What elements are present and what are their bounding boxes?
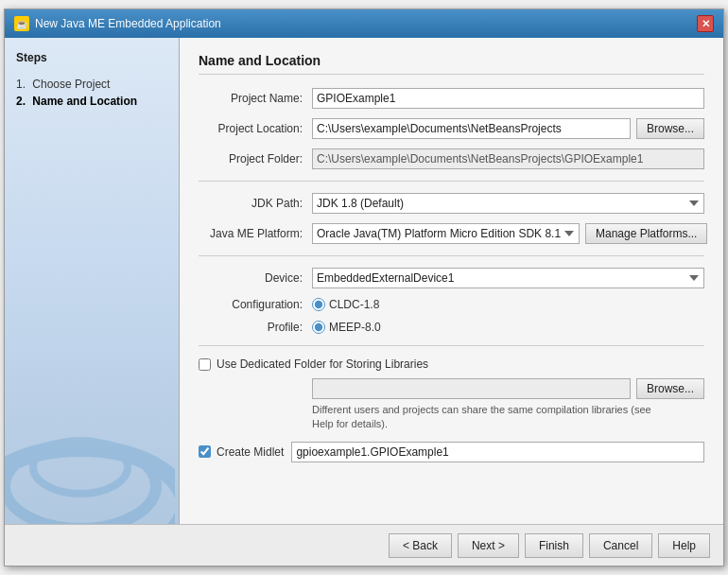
project-location-input[interactable]	[312, 118, 631, 139]
profile-radio[interactable]	[312, 321, 325, 334]
step-1: 1. Choose Project	[16, 76, 167, 93]
use-dedicated-label: Use Dedicated Folder for Storing Librari…	[217, 357, 428, 371]
project-location-row: Project Location: Browse...	[199, 118, 704, 139]
section-title: Name and Location	[199, 53, 704, 75]
use-dedicated-checkbox[interactable]	[199, 358, 211, 371]
footer: < Back Next > Finish Cancel Help	[5, 524, 723, 566]
project-name-input[interactable]	[312, 88, 704, 109]
configuration-value: CLDC-1.8	[329, 298, 379, 311]
separator-2	[199, 255, 704, 256]
use-dedicated-row: Use Dedicated Folder for Storing Librari…	[199, 357, 704, 371]
java-me-platform-select[interactable]: Oracle Java(TM) Platform Micro Edition S…	[312, 223, 580, 244]
title-bar-title: New Java ME Embedded Application	[35, 17, 221, 30]
browse-location-button[interactable]: Browse...	[636, 118, 704, 139]
close-button[interactable]: ✕	[697, 15, 714, 32]
configuration-row: Configuration: CLDC-1.8	[199, 298, 704, 311]
next-button[interactable]: Next >	[458, 533, 519, 558]
finish-button[interactable]: Finish	[525, 533, 583, 558]
profile-value: MEEP-8.0	[329, 321, 381, 334]
project-folder-row: Project Folder:	[199, 148, 704, 169]
jdk-path-row: JDK Path: JDK 1.8 (Default)	[199, 193, 704, 214]
manage-platforms-button[interactable]: Manage Platforms...	[585, 223, 707, 244]
jdk-select-wrap: JDK 1.8 (Default)	[312, 193, 704, 214]
create-midlet-input[interactable]	[291, 442, 704, 462]
separator-1	[199, 181, 704, 182]
main-window: ☕ New Java ME Embedded Application ✕ Ste…	[4, 9, 724, 566]
profile-row: Profile: MEEP-8.0	[199, 321, 704, 334]
libraries-folder-input[interactable]	[312, 378, 631, 399]
title-bar-left: ☕ New Java ME Embedded Application	[14, 16, 221, 31]
libraries-help-text: Different users and projects can share t…	[312, 403, 671, 432]
back-button[interactable]: < Back	[389, 533, 452, 558]
sidebar: Steps 1. Choose Project 2. Name and Loca…	[5, 38, 180, 524]
project-folder-label: Project Folder:	[199, 152, 312, 166]
project-location-label: Project Location:	[199, 122, 312, 135]
title-bar: ☕ New Java ME Embedded Application ✕	[5, 9, 723, 38]
create-midlet-checkbox[interactable]	[199, 445, 211, 458]
project-name-row: Project Name:	[199, 88, 704, 109]
configuration-option[interactable]: CLDC-1.8	[312, 298, 379, 311]
platform-select-wrap: Oracle Java(TM) Platform Micro Edition S…	[312, 223, 707, 244]
steps-list: 1. Choose Project 2. Name and Location	[16, 76, 167, 110]
profile-label: Profile:	[199, 321, 312, 334]
main-content: Name and Location Project Name: Project …	[180, 38, 723, 524]
create-midlet-row: Create Midlet	[199, 442, 704, 462]
jdk-path-label: JDK Path:	[199, 197, 312, 210]
window-body: Steps 1. Choose Project 2. Name and Loca…	[5, 38, 723, 524]
cancel-button[interactable]: Cancel	[589, 533, 652, 558]
browse-libraries-button[interactable]: Browse...	[636, 378, 704, 399]
project-folder-input	[312, 148, 704, 169]
java-me-platform-label: Java ME Platform:	[199, 227, 312, 240]
jdk-path-select[interactable]: JDK 1.8 (Default)	[312, 193, 704, 214]
profile-option[interactable]: MEEP-8.0	[312, 321, 381, 334]
device-label: Device:	[199, 271, 312, 285]
configuration-radio[interactable]	[312, 298, 325, 311]
create-midlet-label: Create Midlet	[217, 445, 284, 459]
app-icon: ☕	[14, 16, 29, 31]
sidebar-heading: Steps	[16, 51, 167, 64]
device-row: Device: EmbeddedExternalDevice1	[199, 268, 704, 288]
step-2: 2. Name and Location	[16, 93, 167, 110]
configuration-label: Configuration:	[199, 298, 312, 311]
device-select[interactable]: EmbeddedExternalDevice1	[312, 268, 704, 288]
java-me-platform-row: Java ME Platform: Oracle Java(TM) Platfo…	[199, 223, 704, 244]
separator-3	[199, 345, 704, 346]
help-button[interactable]: Help	[658, 533, 710, 558]
project-name-label: Project Name:	[199, 92, 312, 105]
sidebar-watermark	[5, 392, 175, 524]
libraries-folder-row: Browse...	[312, 378, 704, 399]
